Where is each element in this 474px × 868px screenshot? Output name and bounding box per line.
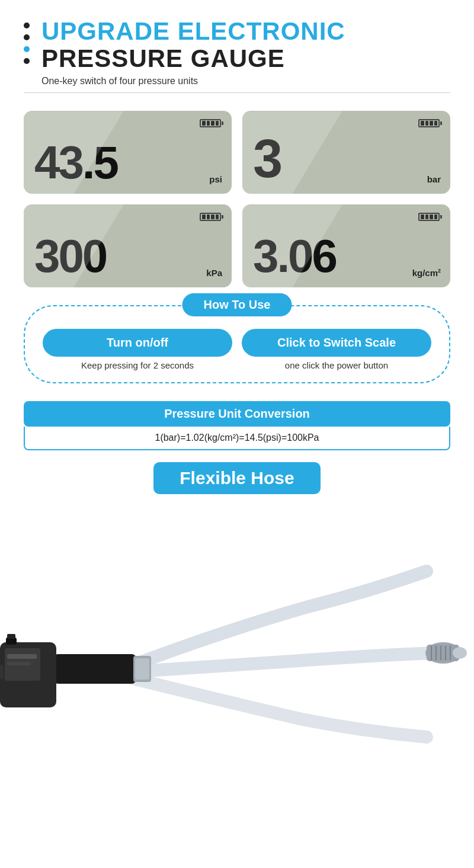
battery-body-kpa <box>200 213 221 221</box>
gauge-value-psi: 43.5 <box>34 139 221 185</box>
gauge-kgcm2: 3.06 kg/cm2 <box>242 204 450 287</box>
turn-on-off-desc: Keep pressing for 2 seconds <box>43 360 232 370</box>
gauge-unit-bar: bar <box>427 174 441 184</box>
flexible-hose-title: Flexible Hose <box>153 462 320 494</box>
turn-on-off-col: Turn on/off Keep pressing for 2 seconds <box>43 329 232 370</box>
gauge-unit-kpa: kPa <box>206 268 222 278</box>
bullet-dot-4 <box>24 58 30 64</box>
svg-rect-10 <box>0 665 4 679</box>
how-to-use-label: How To Use <box>182 293 292 316</box>
bullet-dot-2 <box>24 34 30 40</box>
header-title-top: UPGRADE ELECTRONIC <box>41 18 450 45</box>
how-to-use-section: How To Use Turn on/off Keep pressing for… <box>0 305 474 389</box>
gauge-kpa: 300 kPa <box>24 204 232 287</box>
conversion-formula: 1(bar)=1.02(kg/cm²)=14.5(psi)=100kPa <box>24 427 450 450</box>
bullet-dots <box>24 18 30 64</box>
gauge-value-bar: 3 <box>253 132 440 185</box>
header-divider <box>24 92 450 93</box>
battery-icon-psi <box>200 119 223 127</box>
svg-rect-9 <box>7 634 15 639</box>
hose-illustration <box>0 500 474 755</box>
header-text: UPGRADE ELECTRONIC PRESSURE GAUGE One-ke… <box>41 18 450 87</box>
hose-svg <box>0 500 474 755</box>
battery-body-bar <box>418 119 440 127</box>
gauge-psi: 43.5 psi <box>24 111 232 194</box>
battery-body-kgcm2 <box>418 213 440 221</box>
header-title-bottom: PRESSURE GAUGE <box>41 45 450 72</box>
svg-rect-3 <box>135 658 149 680</box>
battery-icon-kgcm2 <box>418 213 442 221</box>
turn-on-off-button[interactable]: Turn on/off <box>43 329 232 357</box>
flexible-hose-section: Flexible Hose <box>0 462 474 755</box>
battery-body-psi <box>200 119 221 127</box>
header-subtitle: One-key switch of four pressure units <box>41 76 450 87</box>
svg-rect-7 <box>7 662 31 665</box>
switch-scale-desc: one click the power button <box>242 360 431 370</box>
gauge-unit-kgcm2: kg/cm2 <box>412 268 441 278</box>
header-section: UPGRADE ELECTRONIC PRESSURE GAUGE One-ke… <box>0 0 474 92</box>
bullet-dot-3 <box>24 46 30 52</box>
how-to-use-outer: How To Use Turn on/off Keep pressing for… <box>24 305 450 383</box>
battery-icon-bar <box>418 119 442 127</box>
svg-point-19 <box>453 647 467 659</box>
gauge-unit-psi: psi <box>209 174 222 184</box>
bullet-dot-1 <box>24 23 30 28</box>
switch-scale-col: Click to Switch Scale one click the powe… <box>242 329 431 370</box>
gauge-value-kpa: 300 <box>34 233 221 279</box>
gauges-grid: 43.5 psi 3 bar 300 kPa <box>0 105 474 305</box>
how-to-use-buttons: Turn on/off Keep pressing for 2 seconds … <box>43 329 431 370</box>
svg-rect-1 <box>53 654 136 684</box>
battery-icon-kpa <box>200 213 223 221</box>
svg-rect-6 <box>7 654 37 659</box>
gauge-bar: 3 bar <box>242 111 450 194</box>
switch-scale-button[interactable]: Click to Switch Scale <box>242 329 431 357</box>
conversion-section: Pressure Unit Conversion 1(bar)=1.02(kg/… <box>24 401 450 450</box>
conversion-title: Pressure Unit Conversion <box>24 401 450 427</box>
